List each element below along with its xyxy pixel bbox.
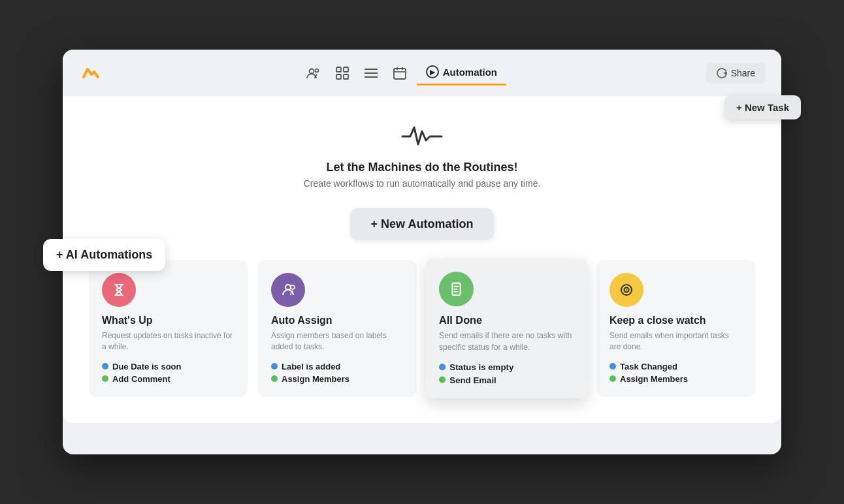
trigger-label: Label is added [282,362,340,371]
card-desc-whats-up: Request updates on tasks inactive for a … [102,330,235,353]
share-button[interactable]: Share [706,63,766,84]
svg-point-1 [315,69,318,72]
card-triggers-auto-assign: Label is added Assign Members [271,362,404,384]
pulse-wave-icon [89,122,755,154]
board-icon-btn[interactable] [331,61,354,85]
trigger-dot [609,375,616,382]
hero-section: Let the Machines do the Routines! Create… [89,109,755,208]
team-icon-btn[interactable] [302,61,325,85]
trigger-dot [271,363,278,370]
trigger-label: Task Changed [620,362,677,371]
nav-icons: ▶ Automation [115,60,693,86]
card-title-auto-assign: Auto Assign [271,315,404,326]
trigger-item: Send Email [439,375,574,385]
trigger-dot [102,375,108,382]
trigger-item: Status is empty [439,362,574,372]
template-card-auto-assign[interactable]: Auto Assign Assign members based on labe… [258,260,417,397]
new-automation-label: + New Automation [371,217,474,231]
card-triggers-whats-up: Due Date is soon Add Comment [102,362,235,384]
card-desc-all-done: Send emails if there are no tasks with s… [439,330,574,353]
new-task-label: + New Task [736,102,789,113]
template-card-all-done[interactable]: All Done Send emails if there are no tas… [426,259,588,398]
svg-point-20 [626,289,627,291]
trigger-item: Assign Members [609,374,742,384]
card-title-keep-watch: Keep a close watch [609,315,742,326]
template-card-whats-up[interactable]: What's Up Request updates on tasks inact… [89,260,248,397]
card-title-whats-up: What's Up [102,315,235,326]
trigger-dot [439,377,446,383]
card-desc-keep-watch: Send emails when important tasks are don… [609,330,742,353]
calendar-icon-btn[interactable] [388,61,412,85]
trigger-item: Due Date is soon [102,362,235,371]
trigger-item: Task Changed [609,362,742,371]
app-logo[interactable] [78,61,102,85]
header-right: Share [706,63,766,84]
ai-automations-label: + AI Automations [56,248,152,261]
trigger-dot [102,363,108,370]
template-card-keep-watch[interactable]: Keep a close watch Send emails when impo… [596,260,755,397]
main-window: ▶ Automation Share + New Task + AI Autom… [63,50,781,454]
automation-play-icon: ▶ [426,65,439,78]
trigger-label: Status is empty [449,362,513,372]
hero-subtitle: Create workflows to run automatically an… [89,178,755,189]
svg-rect-2 [336,67,341,72]
card-desc-auto-assign: Assign members based on labels added to … [271,330,404,353]
ai-automations-button[interactable]: + AI Automations [43,239,165,271]
trigger-item: Label is added [271,362,404,371]
trigger-item: Assign Members [271,374,404,384]
card-triggers-all-done: Status is empty Send Email [439,362,574,385]
trigger-dot [609,363,616,370]
automation-tab[interactable]: ▶ Automation [417,60,506,86]
card-icon-auto-assign [271,273,305,307]
trigger-label: Due Date is soon [112,362,181,371]
trigger-item: Add Comment [102,374,235,384]
hero-title: Let the Machines do the Routines! [89,161,755,174]
trigger-label: Send Email [449,375,496,385]
svg-point-0 [309,69,314,73]
svg-rect-4 [336,74,341,79]
svg-rect-5 [344,74,348,79]
trigger-label: Add Comment [112,374,170,384]
automation-tab-label: Automation [443,67,497,78]
card-icon-whats-up [102,273,136,307]
share-label: Share [731,68,755,78]
svg-rect-9 [394,69,406,79]
card-icon-all-done [439,272,474,306]
new-automation-button[interactable]: + New Automation [350,208,495,240]
trigger-dot [271,375,278,382]
new-task-button[interactable]: + New Task [724,95,801,119]
svg-rect-3 [344,67,348,72]
trigger-label: Assign Members [282,374,349,384]
main-content: Let the Machines do the Routines! Create… [63,96,781,423]
header: ▶ Automation Share [63,50,781,96]
svg-point-15 [285,285,291,290]
card-title-all-done: All Done [439,315,574,326]
template-cards: What's Up Request updates on tasks inact… [89,260,755,397]
card-icon-keep-watch [609,273,643,307]
card-triggers-keep-watch: Task Changed Assign Members [609,362,742,384]
trigger-dot [439,364,446,370]
trigger-label: Assign Members [620,374,688,384]
list-icon-btn[interactable] [359,61,383,85]
